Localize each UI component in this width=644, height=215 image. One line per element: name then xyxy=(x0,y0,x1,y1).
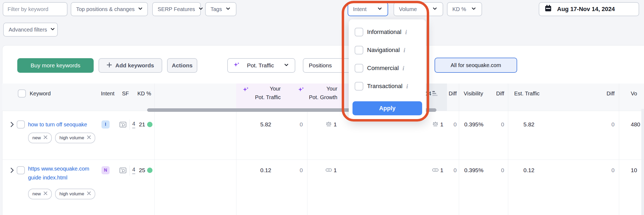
serp-features-dropdown[interactable]: SERP Features xyxy=(152,2,201,16)
vertical-scrollbar-gutter[interactable] xyxy=(641,109,644,215)
crown-icon xyxy=(325,121,332,129)
diff-value: 0 xyxy=(590,121,615,128)
plus-icon xyxy=(107,62,112,69)
diff-value: 0 xyxy=(432,167,457,174)
remove-tag-icon[interactable] xyxy=(43,135,48,141)
intent-dropdown[interactable]: Intent xyxy=(348,2,388,16)
info-icon[interactable]: i xyxy=(402,65,404,71)
est-traffic-value: 0.12 xyxy=(507,167,534,174)
calendar-icon xyxy=(544,4,552,14)
select-all-checkbox[interactable] xyxy=(18,89,26,98)
tag-list: new high volume xyxy=(28,133,95,143)
keyword-link[interactable]: https www.seoquake.com guide index.html xyxy=(28,164,96,182)
diff-value: 0 xyxy=(432,121,457,128)
cell-divider xyxy=(130,120,130,130)
col-header-kd[interactable]: KD % xyxy=(124,91,151,97)
kd-dropdown[interactable]: KD % xyxy=(447,2,482,16)
option-checkbox[interactable] xyxy=(355,28,363,36)
intent-option-navigational[interactable]: Navigational i xyxy=(355,46,405,54)
est-traffic-value: 5.82 xyxy=(507,121,534,128)
chevron-down-icon xyxy=(471,6,477,13)
buy-more-keywords-button[interactable]: Buy more keywords xyxy=(17,58,94,73)
option-checkbox[interactable] xyxy=(355,46,363,54)
remove-tag-icon[interactable] xyxy=(87,135,91,141)
option-label: Informational xyxy=(367,29,401,36)
tags-dropdown[interactable]: Tags xyxy=(205,2,236,16)
col-header-volume-clipped[interactable]: Vo xyxy=(631,91,637,97)
col-header-diff1[interactable]: Diff xyxy=(430,91,457,97)
tag-pill[interactable]: new xyxy=(28,189,52,199)
tag-pill[interactable]: new xyxy=(28,133,52,143)
intent-option-transactional[interactable]: Transactional i xyxy=(355,82,408,91)
chevron-down-icon xyxy=(50,26,56,33)
add-keywords-button[interactable]: Add keywords xyxy=(99,58,162,73)
pot-traffic-dropdown[interactable]: Pot. Traffic xyxy=(227,58,295,73)
column-separator xyxy=(154,84,155,215)
col-header-pot-traffic-line2[interactable]: Pot. Traffic xyxy=(227,94,281,100)
apply-button[interactable]: Apply xyxy=(352,101,422,115)
info-icon[interactable]: i xyxy=(406,83,408,89)
col-header-pot-growth-line1[interactable]: Your xyxy=(297,86,337,92)
info-icon[interactable]: i xyxy=(405,29,407,35)
chevron-down-icon xyxy=(225,6,231,13)
all-for-domain-button[interactable]: All for seoquake.com xyxy=(435,58,517,73)
col-header-keyword[interactable]: Keyword xyxy=(30,91,51,97)
sparkles-icon xyxy=(233,61,240,70)
volume-dropdown[interactable]: Volume xyxy=(394,2,443,16)
serp-preview-icon[interactable] xyxy=(119,121,127,129)
pot-traffic-label: Pot. Traffic xyxy=(247,62,274,69)
row-checkbox[interactable] xyxy=(17,166,25,174)
serp-preview-icon[interactable] xyxy=(119,167,127,175)
serp-features-label: SERP Features xyxy=(158,6,195,12)
diff-value: 0 xyxy=(590,167,615,174)
option-checkbox[interactable] xyxy=(355,82,363,91)
position-tracking-screen: Top positions & changes SERP Features Ta… xyxy=(0,0,644,215)
intent-option-commercial[interactable]: Commercial i xyxy=(355,64,404,72)
pot-growth-value: 0 xyxy=(279,167,303,174)
remove-tag-icon[interactable] xyxy=(43,191,48,197)
date-range-picker[interactable]: Aug 17-Nov 14, 2024 xyxy=(539,2,639,16)
tag-pill[interactable]: high volume xyxy=(55,189,95,199)
remove-tag-icon[interactable] xyxy=(87,191,91,197)
positions-label: Positions xyxy=(309,62,332,69)
keyword-link[interactable]: how to turn off seoquake xyxy=(28,120,96,129)
position-value: 1 xyxy=(334,167,337,174)
col-header-intent[interactable]: Intent xyxy=(101,91,114,97)
row-expander-icon[interactable] xyxy=(10,167,14,175)
option-checkbox[interactable] xyxy=(355,64,363,72)
col-header-est-traffic[interactable]: Est. Traffic xyxy=(514,91,540,97)
chevron-down-icon xyxy=(432,6,438,13)
tag-label: new xyxy=(32,191,41,197)
tag-label: high volume xyxy=(59,135,84,141)
chevron-down-icon xyxy=(377,6,383,13)
info-icon[interactable]: i xyxy=(404,47,405,53)
top-positions-dropdown[interactable]: Top positions & changes xyxy=(71,2,148,16)
tag-pill[interactable]: high volume xyxy=(55,133,95,143)
kd-difficulty-dot xyxy=(147,122,152,127)
tags-label: Tags xyxy=(211,6,222,12)
option-label: Commercial xyxy=(367,65,399,72)
column-separator xyxy=(236,111,236,215)
col-header-pot-growth-line2[interactable]: Pot. Growth xyxy=(283,94,337,100)
col-header-diff2[interactable]: Diff xyxy=(477,91,504,97)
advanced-filters-dropdown[interactable]: Advanced filters xyxy=(3,23,58,37)
keyword-filter-input[interactable] xyxy=(3,3,67,16)
tag-label: new xyxy=(32,135,41,141)
row-checkbox[interactable] xyxy=(17,120,25,129)
col-header-diff3[interactable]: Diff xyxy=(588,91,615,97)
keyword-filter-group xyxy=(3,2,67,16)
intent-option-informational[interactable]: Informational i xyxy=(355,28,407,36)
diff-value: 0 xyxy=(480,121,504,128)
column-separator xyxy=(508,84,508,215)
chevron-down-icon xyxy=(198,6,204,13)
advanced-filters-label: Advanced filters xyxy=(9,27,47,33)
add-keywords-label: Add keywords xyxy=(115,62,154,69)
col-header-pot-traffic-line1[interactable]: Your xyxy=(240,86,281,92)
actions-button[interactable]: Actions xyxy=(167,58,197,73)
row-divider xyxy=(2,159,644,160)
row-expander-icon[interactable] xyxy=(10,121,14,129)
link-icon xyxy=(325,167,332,175)
diff-value: 0 xyxy=(480,167,504,174)
intent-label: Intent xyxy=(353,6,367,12)
actions-label: Actions xyxy=(172,62,192,69)
